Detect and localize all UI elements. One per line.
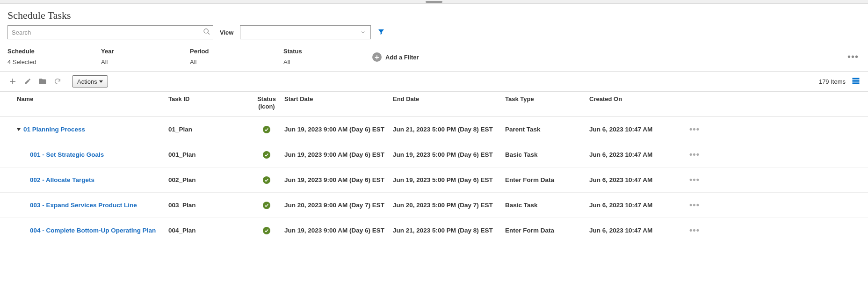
task-name-link[interactable]: 004 - Complete Bottom-Up Operating Plan	[30, 227, 156, 234]
row-overflow-menu[interactable]: •••	[689, 200, 700, 210]
toolbar-right: 179 Items	[819, 76, 861, 87]
top-divider-bar	[0, 0, 868, 4]
top-controls: View	[0, 25, 868, 45]
table-row[interactable]: 002 - Allocate Targets002_PlanJun 19, 20…	[0, 167, 868, 193]
row-overflow-menu[interactable]: •••	[689, 124, 700, 134]
task-name-link[interactable]: 003 - Expand Services Product Line	[30, 202, 137, 209]
tasks-table: Name Task ID Status (Icon) Start Date En…	[0, 92, 868, 243]
cell-start-date: Jun 20, 2023 9:00 AM (Day 7) EST	[281, 202, 393, 209]
status-ok-icon	[263, 176, 270, 184]
row-overflow-menu[interactable]: •••	[689, 175, 700, 184]
expand-icon[interactable]	[17, 128, 21, 131]
col-type[interactable]: Task Type	[505, 95, 589, 110]
cell-name: 003 - Expand Services Product Line	[9, 202, 168, 209]
filter-bar: Schedule 4 Selected Year All Period All …	[0, 45, 868, 72]
task-name-link[interactable]: 001 - Set Strategic Goals	[30, 151, 104, 158]
page-title: Schedule Tasks	[0, 4, 868, 25]
col-name[interactable]: Name	[9, 95, 168, 110]
filter-icon[interactable]	[377, 28, 385, 37]
table-row[interactable]: 004 - Complete Bottom-Up Operating Plan0…	[0, 218, 868, 243]
folder-button[interactable]	[37, 76, 48, 87]
cell-taskid: 002_Plan	[168, 176, 253, 183]
item-count: 179 Items	[819, 78, 846, 85]
list-view-icon	[851, 76, 861, 86]
table-row[interactable]: 01 Planning Process01_PlanJun 19, 2023 9…	[0, 117, 868, 142]
add-filter-label: Add a Filter	[385, 54, 419, 61]
table-body: 01 Planning Process01_PlanJun 19, 2023 9…	[0, 117, 868, 243]
col-status-line1: Status	[257, 95, 276, 102]
cell-status	[253, 126, 281, 133]
cell-name: 002 - Allocate Targets	[9, 176, 168, 183]
col-actions	[683, 95, 706, 110]
cell-taskid: 003_Plan	[168, 202, 253, 209]
cell-task-type: Basic Task	[505, 202, 589, 209]
cell-status	[253, 202, 281, 209]
search-input[interactable]	[7, 25, 213, 39]
svg-rect-2	[853, 78, 860, 79]
task-name-link[interactable]: 01 Planning Process	[23, 126, 85, 133]
cell-start-date: Jun 19, 2023 9:00 AM (Day 6) EST	[281, 227, 393, 234]
cell-end-date: Jun 19, 2023 5:00 PM (Day 6) EST	[393, 176, 505, 183]
filter-schedule[interactable]: Schedule 4 Selected	[7, 48, 82, 65]
filter-status[interactable]: Status All	[283, 48, 354, 65]
cell-status	[253, 176, 281, 184]
col-end[interactable]: End Date	[393, 95, 505, 110]
cell-actions: •••	[683, 124, 706, 134]
cell-start-date: Jun 19, 2023 9:00 AM (Day 6) EST	[281, 126, 393, 133]
row-overflow-menu[interactable]: •••	[689, 225, 700, 235]
plus-icon	[8, 77, 17, 86]
row-overflow-menu[interactable]: •••	[689, 150, 700, 159]
add-button[interactable]	[7, 76, 18, 87]
add-filter-button[interactable]: + Add a Filter	[372, 52, 419, 62]
cell-end-date: Jun 21, 2023 5:00 PM (Day 8) EST	[393, 227, 505, 234]
cell-actions: •••	[683, 225, 706, 235]
status-ok-icon	[263, 227, 270, 234]
plus-circle-icon: +	[372, 52, 382, 62]
table-row[interactable]: 003 - Expand Services Product Line003_Pl…	[0, 193, 868, 218]
table-row[interactable]: 001 - Set Strategic Goals001_PlanJun 19,…	[0, 142, 868, 167]
filter-year[interactable]: Year All	[101, 48, 171, 65]
refresh-icon	[54, 78, 61, 85]
view-toggle-button[interactable]	[851, 76, 861, 87]
filter-schedule-label: Schedule	[7, 48, 82, 55]
chevron-down-icon	[360, 29, 366, 35]
cell-actions: •••	[683, 150, 706, 160]
filter-overflow-menu[interactable]: •••	[847, 51, 859, 62]
cell-status	[253, 227, 281, 234]
cell-created-on: Jun 6, 2023 10:47 AM	[589, 202, 683, 209]
view-dropdown[interactable]	[240, 25, 371, 39]
cell-task-type: Enter Form Data	[505, 176, 589, 183]
col-taskid[interactable]: Task ID	[168, 95, 253, 110]
col-status-line2: (Icon)	[258, 103, 275, 110]
col-created[interactable]: Created On	[589, 95, 683, 110]
filter-period[interactable]: Period All	[190, 48, 265, 65]
cell-end-date: Jun 19, 2023 5:00 PM (Day 6) EST	[393, 151, 505, 158]
cell-name: 01 Planning Process	[9, 126, 168, 133]
cell-start-date: Jun 19, 2023 9:00 AM (Day 6) EST	[281, 176, 393, 183]
cell-task-type: Parent Task	[505, 126, 589, 133]
status-ok-icon	[263, 151, 270, 159]
search-wrap	[7, 25, 213, 39]
actions-dropdown[interactable]: Actions	[72, 75, 108, 87]
cell-start-date: Jun 19, 2023 9:00 AM (Day 6) EST	[281, 151, 393, 158]
cell-end-date: Jun 21, 2023 5:00 PM (Day 8) EST	[393, 126, 505, 133]
filter-status-value: All	[283, 58, 354, 65]
refresh-button[interactable]	[52, 76, 63, 87]
cell-taskid: 004_Plan	[168, 227, 253, 234]
cell-actions: •••	[683, 200, 706, 210]
cell-name: 001 - Set Strategic Goals	[9, 151, 168, 158]
filter-year-value: All	[101, 58, 171, 65]
folder-icon	[38, 77, 47, 86]
task-name-link[interactable]: 002 - Allocate Targets	[30, 176, 94, 183]
cell-taskid: 001_Plan	[168, 151, 253, 158]
cell-created-on: Jun 6, 2023 10:47 AM	[589, 151, 683, 158]
filter-status-label: Status	[283, 48, 354, 55]
col-status[interactable]: Status (Icon)	[253, 95, 281, 110]
svg-rect-3	[853, 80, 860, 81]
drag-handle-icon[interactable]	[426, 1, 442, 3]
col-start[interactable]: Start Date	[281, 95, 393, 110]
filter-schedule-value: 4 Selected	[7, 58, 82, 65]
status-ok-icon	[263, 202, 270, 209]
toolbar: Actions 179 Items	[0, 72, 868, 92]
edit-button[interactable]	[22, 76, 33, 87]
